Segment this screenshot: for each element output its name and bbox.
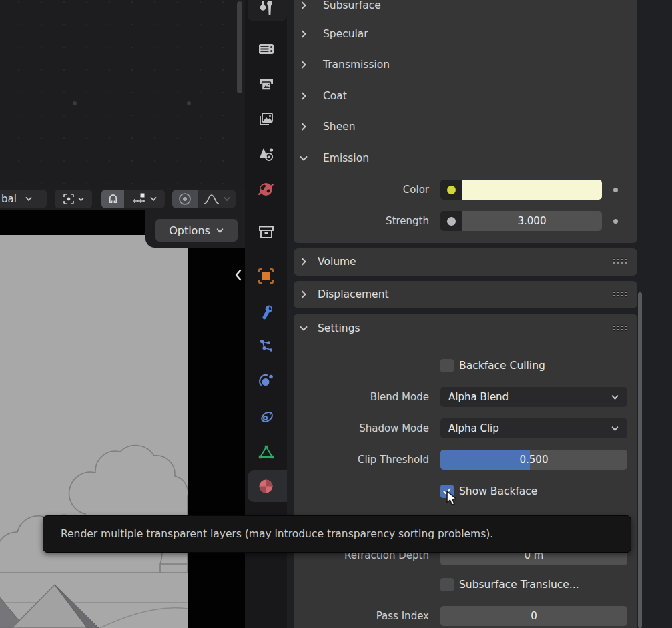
chevron-right-icon [299,122,308,131]
emission-strength-value: 3.000 [518,215,547,227]
mouse-cursor [446,491,460,511]
tooltip-text: Render multiple transparent layers (may … [61,528,493,540]
section-emission[interactable]: Emission [299,147,632,169]
chevron-down-icon [25,195,33,203]
section-label: Subsurface [323,0,381,11]
shadow-mode-value: Alpha Clip [448,422,611,434]
view-layer-tab-icon [258,110,275,127]
emission-color-label: Color [294,180,429,200]
shadow-mode-dropdown[interactable]: Alpha Clip [440,418,627,438]
section-label: Specular [323,28,368,40]
subsurface-translucency-label: Subsurface Transluce... [459,578,579,591]
tab-output[interactable] [257,75,275,93]
chevron-down-icon [149,195,157,203]
tab-tool[interactable] [257,0,275,17]
emission-color-socket[interactable] [440,180,462,200]
tab-world[interactable] [257,180,275,198]
panel-drag-grip[interactable] [613,325,629,332]
chevron-down-icon [299,153,308,163]
chevron-right-icon [299,91,308,101]
modifier-tab-icon [257,303,275,321]
emission-strength-field[interactable]: 3.000 [462,211,602,231]
chevron-left-icon [234,269,242,281]
camera-view[interactable] [0,235,188,628]
chevron-down-icon [223,195,231,203]
node-editor-dot [187,101,191,105]
pivot-point-dropdown[interactable] [55,190,92,208]
proportional-editing-toggle[interactable] [172,190,198,208]
tooltip: Render multiple transparent layers (may … [43,515,631,553]
chevron-right-icon [299,290,308,299]
volume-panel-header[interactable]: Volume [299,251,619,272]
particles-tab-icon [258,337,275,354]
backface-culling-label: Backface Culling [459,359,545,372]
chevron-down-icon [611,393,619,402]
transform-orientation-label: bal [1,193,17,205]
proportional-editing-icon [178,192,192,206]
tab-object-data[interactable] [257,443,275,461]
tab-physics[interactable] [257,372,275,390]
backface-culling-checkbox[interactable] [440,359,454,372]
viewport-header: bal [0,188,245,210]
snap-target-dropdown[interactable] [124,190,165,208]
clip-threshold-value: 0.500 [440,450,627,470]
blend-mode-dropdown[interactable]: Alpha Blend [440,387,627,407]
tab-constraints[interactable] [257,408,275,426]
tab-collection[interactable] [257,223,275,241]
section-coat[interactable]: Coat [299,85,632,107]
tab-render[interactable] [257,39,275,57]
world-tab-icon [257,180,275,198]
collection-tab-icon [258,224,275,241]
transform-orientation-dropdown[interactable]: bal [0,190,47,208]
section-specular[interactable]: Specular [299,23,632,45]
settings-panel-header[interactable]: Settings [299,318,619,339]
snap-toggle-button[interactable] [101,190,124,208]
hill-curve [100,608,188,628]
section-sheen[interactable]: Sheen [299,116,632,137]
sidebar-collapse-button[interactable] [232,266,245,284]
shader-editor-background[interactable] [0,0,245,188]
magnet-snap-icon [107,193,119,206]
tab-view-layer[interactable] [257,109,275,127]
section-label: Coat [323,90,347,102]
clip-threshold-slider[interactable]: 0.500 [440,450,627,470]
tab-scene[interactable] [257,145,275,163]
physics-tab-icon [258,372,275,390]
tab-modifiers[interactable] [257,303,275,321]
panel-label: Settings [318,322,360,334]
panel-drag-grip[interactable] [613,291,629,298]
panel-drag-grip[interactable] [613,258,629,265]
subsurface-translucency-checkbox[interactable] [440,578,454,591]
socket-color-circle [446,185,456,195]
proportional-falloff-dropdown[interactable] [198,190,236,208]
tab-material[interactable] [257,477,275,495]
shadow-mode-label: Shadow Mode [294,418,429,438]
panel-label: Volume [318,256,356,268]
blend-mode-label: Blend Mode [294,387,429,407]
constraints-tab-icon [258,408,275,426]
section-subsurface[interactable]: Subsurface [299,0,632,16]
section-label: Sheen [323,121,356,133]
pass-index-field[interactable]: 0 [440,606,627,626]
clip-threshold-label: Clip Threshold [294,450,429,470]
emission-color-swatch[interactable] [462,180,602,200]
tab-particles[interactable] [257,336,275,354]
properties-scrollbar[interactable] [638,292,642,628]
options-dropdown[interactable]: Options [155,219,238,242]
object-tab-icon [257,267,275,285]
emission-strength-socket[interactable] [440,211,462,231]
node-editor-scrollbar[interactable] [237,1,242,93]
animate-dot[interactable] [613,219,618,224]
falloff-curve-icon [203,192,220,206]
chevron-right-icon [299,29,308,39]
displacement-panel-header[interactable]: Displacement [299,284,619,305]
pass-index-label: Pass Index [294,606,429,626]
section-label: Transmission [323,59,390,71]
section-label: Emission [323,152,369,164]
options-label: Options [169,224,210,237]
animate-dot[interactable] [613,188,618,192]
section-transmission[interactable]: Transmission [299,54,632,75]
output-tab-icon [258,75,275,93]
emission-strength-label: Strength [294,211,429,231]
tab-object[interactable] [257,267,275,285]
